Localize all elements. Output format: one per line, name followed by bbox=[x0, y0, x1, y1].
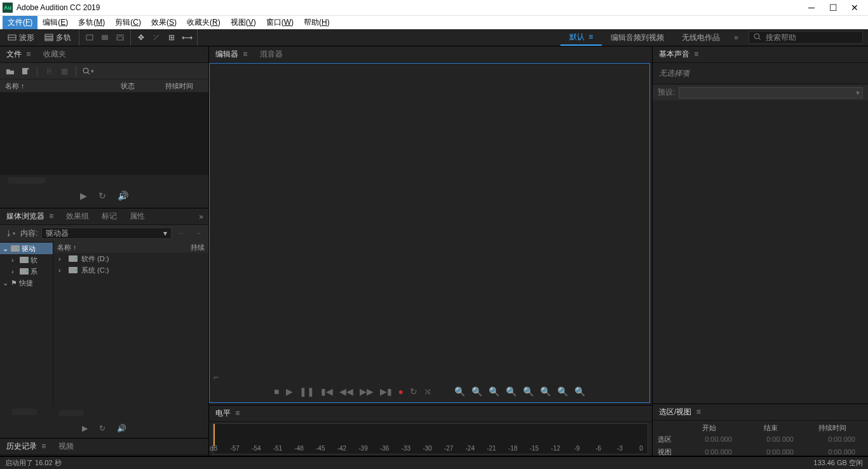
record-button[interactable]: ● bbox=[398, 386, 403, 397]
loop-preview-button[interactable]: ↻ bbox=[98, 191, 106, 201]
col-name[interactable]: 名称 ↑ bbox=[57, 243, 191, 252]
spectral-pitch-button[interactable] bbox=[112, 32, 128, 43]
skip-selection-button[interactable]: ⤭ bbox=[424, 386, 431, 397]
open-file-button[interactable] bbox=[4, 65, 17, 78]
menu-s[interactable]: 效果(S) bbox=[146, 16, 182, 29]
list-header[interactable]: 名称 ↑ 持续 bbox=[53, 241, 208, 253]
col-status[interactable]: 状态 bbox=[121, 81, 165, 91]
scrollbar[interactable] bbox=[58, 410, 84, 416]
tree-item[interactable]: ⌄⚑快捷 bbox=[0, 277, 53, 289]
workspace-tab[interactable]: 无线电作品 bbox=[673, 29, 729, 46]
panel-tab[interactable]: 编辑器 ≡ bbox=[209, 46, 254, 62]
zoom-custom-button[interactable]: 🔍 bbox=[574, 386, 585, 397]
minimize-button[interactable]: ─ bbox=[807, 3, 816, 12]
panel-menu-icon[interactable]: ≡ bbox=[696, 407, 701, 416]
val-start[interactable]: 0:00.000 bbox=[678, 448, 740, 456]
zoom-in-amp-button[interactable]: 🔍 bbox=[454, 386, 465, 397]
move-tool[interactable]: ✥ bbox=[133, 32, 149, 43]
time-sel-tool[interactable]: ⟷ bbox=[179, 32, 194, 43]
zoom-reset-button[interactable]: 🔍 bbox=[557, 386, 568, 397]
autoplay-preview-button[interactable]: 🔊 bbox=[117, 424, 126, 433]
val-end[interactable]: 0:00.000 bbox=[740, 448, 801, 456]
zoom-full-button[interactable]: 🔍 bbox=[489, 386, 499, 397]
menu-r[interactable]: 收藏夹(R) bbox=[182, 16, 226, 29]
panel-tab[interactable]: 属性 bbox=[123, 208, 151, 224]
scrollbar[interactable] bbox=[8, 177, 46, 184]
col-name[interactable]: 名称 ↑ bbox=[5, 81, 121, 91]
menu-w[interactable]: 窗口(W) bbox=[261, 16, 299, 29]
val-end[interactable]: 0:00.000 bbox=[740, 435, 801, 443]
panel-tab[interactable]: 收藏夹 bbox=[37, 46, 72, 62]
tab-essential-sound[interactable]: 基本声音 ≡ bbox=[653, 46, 705, 62]
panel-menu-icon[interactable]: ≡ bbox=[41, 442, 46, 451]
menu-m[interactable]: 多轨(M) bbox=[73, 16, 110, 29]
panel-tab[interactable]: 标记 bbox=[95, 208, 123, 224]
tree-item[interactable]: ›软 bbox=[0, 254, 53, 266]
menu-v[interactable]: 视图(V) bbox=[226, 16, 261, 29]
panel-menu-icon[interactable]: ≡ bbox=[694, 50, 698, 58]
back-button[interactable]: ← bbox=[175, 227, 188, 240]
fast-forward-button[interactable]: ▶▶ bbox=[360, 386, 374, 397]
multitrack-view-button[interactable]: 多轨 bbox=[39, 31, 76, 44]
workspace-more-button[interactable]: » bbox=[729, 33, 743, 42]
panel-tab[interactable]: 视频 bbox=[52, 438, 80, 454]
scrollbar[interactable] bbox=[11, 409, 37, 415]
zoom-out-time-button[interactable]: 🔍 bbox=[540, 386, 551, 397]
menu-f[interactable]: 文件(F) bbox=[3, 16, 37, 29]
files-column-header[interactable]: 名称 ↑ 状态 持续时间 bbox=[0, 79, 208, 92]
panel-menu-icon[interactable]: ≡ bbox=[26, 50, 31, 58]
tab-selection-view[interactable]: 选区/视图 ≡ bbox=[653, 404, 707, 420]
slip-tool[interactable]: ⊞ bbox=[164, 32, 179, 43]
list-item[interactable]: ›系统 (C:) bbox=[53, 264, 208, 276]
search-help-input[interactable]: 搜索帮助 bbox=[749, 31, 863, 44]
close-button[interactable]: ✕ bbox=[850, 3, 859, 12]
preset-dropdown[interactable]: ▾ bbox=[679, 87, 863, 99]
panel-tab[interactable]: 文件 ≡ bbox=[0, 46, 37, 62]
close-file-button[interactable]: ▦ bbox=[58, 65, 71, 78]
import-button[interactable]: ⭳▾ bbox=[4, 227, 17, 240]
play-preview-button[interactable]: ▶ bbox=[82, 424, 88, 433]
loop-button[interactable]: ↻ bbox=[410, 386, 417, 397]
razor-tool[interactable] bbox=[149, 32, 164, 43]
skip-back-button[interactable]: ▮◀ bbox=[321, 386, 333, 397]
panel-tab[interactable]: 效果组 bbox=[60, 208, 95, 224]
expand-icon[interactable]: › bbox=[11, 268, 18, 275]
drive-dropdown[interactable]: 驱动器 ▾ bbox=[41, 228, 172, 239]
play-button[interactable]: ▶ bbox=[286, 386, 293, 397]
expand-icon[interactable]: ⌄ bbox=[3, 245, 9, 253]
rewind-button[interactable]: ◀◀ bbox=[339, 386, 353, 397]
workspace-tab[interactable]: 编辑音频到视频 bbox=[602, 29, 673, 46]
editor-viewport[interactable]: ⌐ ■ ▶ ❚❚ ▮◀ ◀◀ ▶▶ ▶▮ ● ↻ ⤭ bbox=[209, 63, 650, 403]
expand-icon[interactable]: › bbox=[58, 266, 65, 274]
zoom-out-amp-button[interactable]: 🔍 bbox=[471, 386, 482, 397]
tree-item[interactable]: ›系 bbox=[0, 266, 53, 277]
workspace-tab[interactable]: 默认 ≡ bbox=[560, 29, 602, 46]
autoplay-preview-button[interactable]: 🔊 bbox=[118, 191, 128, 201]
forward-button[interactable]: → bbox=[192, 227, 205, 240]
workspace-menu-icon[interactable]: ≡ bbox=[588, 32, 593, 41]
panel-tab[interactable]: 媒体浏览器 ≡ bbox=[0, 208, 60, 224]
loop-preview-button[interactable]: ↻ bbox=[99, 424, 105, 433]
col-duration[interactable]: 持续 bbox=[191, 243, 205, 252]
list-item[interactable]: ›软件 (D:) bbox=[53, 253, 208, 264]
tab-levels[interactable]: 电平 ≡ bbox=[209, 405, 246, 421]
zoom-in-time-button[interactable]: 🔍 bbox=[523, 386, 534, 397]
expand-icon[interactable]: › bbox=[11, 256, 18, 264]
val-start[interactable]: 0:00.000 bbox=[678, 435, 740, 443]
spectral-freq-button[interactable] bbox=[97, 32, 112, 43]
panel-tab[interactable]: 混音器 bbox=[254, 46, 289, 62]
skip-forward-button[interactable]: ▶▮ bbox=[380, 386, 392, 397]
menu-e[interactable]: 编辑(E) bbox=[37, 16, 73, 29]
panel-menu-icon[interactable]: ≡ bbox=[49, 212, 53, 221]
panel-menu-icon[interactable]: ≡ bbox=[235, 409, 240, 418]
panel-tab[interactable]: 历史记录 ≡ bbox=[0, 438, 52, 454]
hud-button[interactable] bbox=[82, 32, 97, 43]
new-file-button[interactable]: + bbox=[19, 65, 32, 78]
col-duration[interactable]: 持续时间 bbox=[165, 81, 203, 91]
waveform-view-button[interactable]: 波形 bbox=[3, 31, 39, 44]
play-preview-button[interactable]: ▶ bbox=[80, 191, 87, 201]
val-duration[interactable]: 0:00.000 bbox=[801, 448, 863, 456]
val-duration[interactable]: 0:00.000 bbox=[801, 435, 863, 443]
expand-icon[interactable]: ⌄ bbox=[3, 279, 9, 287]
tree-item[interactable]: ⌄驱动 bbox=[0, 243, 53, 254]
